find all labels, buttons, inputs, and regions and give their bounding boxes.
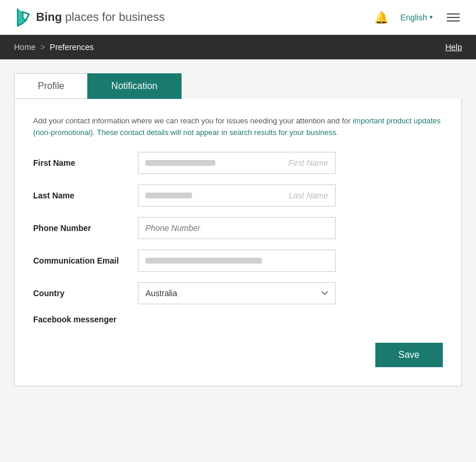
tab-notification-label: Notification [111,81,157,91]
save-row: Save [33,343,443,367]
last-name-label: Last Name [33,191,138,200]
app-header: Bing places for business 🔔 English ▾ [0,0,476,35]
first-name-blur [145,160,215,166]
main-content: Profile Notification Add your contact in… [0,59,476,400]
brand-name: Bing [36,10,62,23]
last-name-input-wrapper: Last Name [138,184,336,207]
current-page-label: Preferences [50,42,94,52]
help-link[interactable]: Help [445,42,462,52]
facebook-label: Facebook messenger [33,315,138,324]
phone-number-row: Phone Number [33,217,443,239]
notification-bell-icon[interactable]: 🔔 [374,10,389,24]
info-text: Add your contact information where we ca… [33,115,443,138]
first-name-placeholder: First Name [215,158,328,168]
comm-email-blur [145,258,262,264]
nav-bar: Home > Preferences Help [0,35,476,59]
tabs-container: Profile Notification [14,73,462,99]
save-button[interactable]: Save [375,343,443,367]
country-select[interactable]: Australia United States United Kingdom C… [138,282,336,304]
comm-email-input-wrapper [138,250,336,272]
language-label: English [400,13,427,22]
tagline: places for business [62,10,165,23]
tab-notification[interactable]: Notification [87,73,181,99]
bing-b-logo [14,8,33,27]
language-chevron-icon: ▾ [429,13,433,21]
language-selector[interactable]: English ▾ [400,13,433,22]
tab-profile-label: Profile [38,81,64,91]
phone-number-input[interactable] [138,217,336,239]
hamburger-menu-icon[interactable] [445,11,462,24]
breadcrumb: Home > Preferences [14,42,94,52]
first-name-input-wrapper: First Name [138,152,336,174]
breadcrumb-separator: > [40,42,45,52]
header-right: 🔔 English ▾ [374,10,462,24]
tab-profile[interactable]: Profile [14,73,87,99]
country-row: Country Australia United States United K… [33,282,443,304]
last-name-placeholder: Last Name [192,191,328,200]
first-name-label: First Name [33,158,138,168]
comm-email-label: Communication Email [33,256,138,265]
last-name-row: Last Name Last Name [33,184,443,207]
logo-area: Bing places for business [14,8,165,27]
country-label: Country [33,289,138,298]
facebook-row: Facebook messenger [33,315,443,324]
first-name-row: First Name First Name [33,152,443,174]
info-highlight: important product updates (non-promotion… [33,116,441,137]
comm-email-row: Communication Email [33,250,443,272]
form-card: Add your contact information where we ca… [14,99,462,386]
home-link[interactable]: Home [14,42,35,52]
last-name-blur [145,193,192,198]
phone-number-label: Phone Number [33,223,138,233]
logo-text: Bing places for business [36,10,165,24]
